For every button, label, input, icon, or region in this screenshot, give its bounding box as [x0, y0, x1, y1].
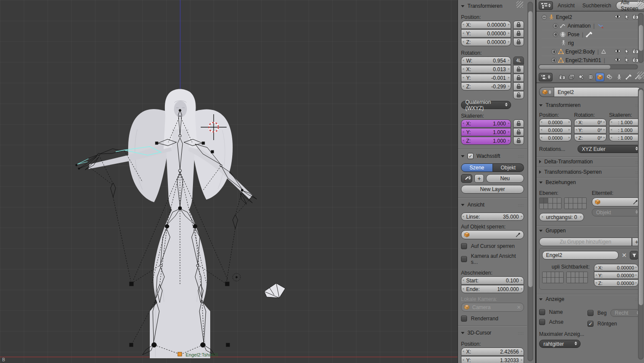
group-offset-x-field[interactable]: X:0.00000 — [594, 264, 638, 271]
lock-open-icon[interactable] — [513, 65, 524, 73]
clear-x-icon[interactable]: ✕ — [517, 304, 521, 310]
editor-resize-corner[interactable] — [637, 72, 644, 78]
position-z-field[interactable]: Z:0.00000 — [461, 38, 511, 46]
object-name-field[interactable]: Engel2 — [554, 87, 641, 97]
tab-constraints-icon[interactable] — [605, 73, 614, 81]
outliner-hscrollbar[interactable] — [538, 64, 638, 69]
panel-header-transform[interactable]: Transformieren — [461, 2, 524, 10]
editor-resize-corner[interactable] — [516, 1, 523, 8]
clip-end-field[interactable]: Ende:1000.000 — [461, 285, 524, 293]
camera-to-view-checkbox[interactable] — [461, 256, 467, 262]
camera-to-view-row[interactable]: Kamera auf Ansicht s... — [461, 253, 524, 265]
lock-closed-icon[interactable] — [513, 38, 524, 46]
outliner-row-body[interactable]: Engel2:Body | — [542, 47, 644, 56]
layers-grid-2[interactable] — [564, 197, 587, 209]
obj-rotation-z-field[interactable]: Z:0° — [574, 134, 606, 141]
tab-bone-icon[interactable] — [624, 73, 633, 81]
layers-grid-1[interactable] — [539, 197, 562, 209]
obj-rotation-y-field[interactable]: Y:0° — [574, 126, 606, 134]
group-offset-y-field[interactable]: Y:0.00000 — [594, 272, 638, 279]
display-xray-checkbox[interactable] — [587, 321, 593, 327]
panel-header-delta-transform[interactable]: Delta-Transformation — [539, 157, 641, 166]
visibility-eye-icon[interactable] — [614, 14, 621, 19]
panel-header-transform-props[interactable]: Transformieren — [539, 101, 641, 110]
lock-open-icon[interactable] — [513, 91, 524, 99]
tab-render-icon[interactable] — [558, 73, 566, 81]
display-bounds-checkbox[interactable] — [587, 310, 593, 316]
tab-data-icon[interactable] — [615, 73, 623, 81]
object-id-badge[interactable] — [539, 87, 554, 97]
rotation-mode-select[interactable]: Quaternion (WXYZ) — [461, 101, 511, 109]
panel-header-grease-pencil[interactable]: Wachsstift — [461, 152, 524, 160]
rotation-w-field[interactable]: W:0.954 — [461, 56, 511, 65]
lock-closed-icon[interactable] — [513, 21, 524, 29]
local-camera-field[interactable]: Camera ✕ — [461, 303, 524, 312]
editor-type-button[interactable] — [539, 1, 553, 10]
panel-header-transform-locks[interactable]: Transformations-Sperren — [539, 168, 641, 176]
editor-type-button[interactable] — [539, 73, 552, 81]
menu-view[interactable]: Ansicht — [555, 3, 578, 9]
grease-pencil-datablock-button[interactable] — [461, 174, 472, 183]
lock-open-icon[interactable] — [513, 137, 524, 145]
outliner-row-pose[interactable]: Pose | — [542, 30, 644, 39]
new-layer-button[interactable]: New Layer — [461, 185, 524, 194]
bounds-type-select[interactable]: Recht — [610, 309, 641, 317]
obj-position-x-field[interactable]: 0.0000 — [539, 119, 571, 126]
scale-y-field[interactable]: Y:1.000 — [461, 128, 511, 136]
lock-closed-icon[interactable] — [513, 29, 524, 38]
render-border-checkbox[interactable] — [461, 316, 467, 322]
expand-plus-icon[interactable] — [553, 23, 558, 28]
obj-rotation-mode-select[interactable]: XYZ Euler — [578, 145, 641, 153]
obj-position-y-field[interactable]: 0.0000 — [539, 126, 571, 134]
tab-scene[interactable]: Szene — [461, 163, 493, 172]
panel-header-display[interactable]: Anzeige — [539, 295, 641, 304]
collapse-minus-icon[interactable] — [542, 15, 547, 20]
panel-header-3d-cursor[interactable]: 3D-Cursor — [461, 329, 524, 337]
expand-plus-icon[interactable] — [551, 58, 556, 63]
obj-scale-z-field[interactable]: : 1.000 — [609, 134, 641, 141]
expand-plus-icon[interactable] — [553, 32, 558, 37]
grease-new-button[interactable]: Neu — [486, 174, 524, 183]
display-bounds-row[interactable]: Beg Recht — [587, 309, 641, 317]
pass-index-field[interactable]: urchgangsi: 0 — [539, 213, 584, 221]
rotation-4l-button[interactable]: 4L — [513, 56, 524, 65]
group-options-button[interactable] — [630, 251, 638, 260]
add-icon[interactable] — [474, 174, 484, 183]
rotation-y-field[interactable]: Y:-0.001 — [461, 74, 511, 82]
panel-header-relations[interactable]: Beziehungen — [539, 178, 641, 187]
eyedropper-icon[interactable] — [515, 232, 521, 238]
scale-x-field[interactable]: X:1.000 — [461, 119, 511, 128]
outliner-row-engel2[interactable]: Engel2 — [542, 13, 644, 22]
grease-pencil-checkbox[interactable] — [467, 153, 474, 159]
render-border-row[interactable]: Renderrand — [461, 316, 524, 322]
visibility-eye-icon[interactable] — [614, 57, 621, 62]
properties-scrollbar[interactable] — [638, 88, 644, 360]
viewport-3d[interactable]: Engel2:Tshirt01 B — [0, 0, 458, 363]
expand-plus-icon[interactable] — [551, 49, 556, 54]
outliner-row-animation[interactable]: Animation | — [542, 22, 644, 30]
obj-scale-y-field[interactable]: : 1.000 — [609, 126, 641, 134]
lock-open-icon[interactable] — [513, 82, 524, 91]
n-panel-scrollbar[interactable] — [527, 2, 533, 361]
group-name-field[interactable]: Engel2 — [542, 251, 619, 260]
dupli-layers-grid-2[interactable] — [566, 272, 588, 283]
outliner-vscrollbar[interactable] — [638, 13, 644, 63]
panel-header-groups[interactable]: Gruppen — [539, 226, 641, 235]
parent-field[interactable] — [592, 197, 641, 207]
lock-open-icon[interactable] — [513, 74, 524, 82]
menu-search[interactable]: Suchbereich — [579, 3, 614, 9]
tab-object[interactable]: Objekt — [493, 163, 524, 172]
parent-type-select[interactable]: Objekt — [592, 208, 641, 216]
obj-position-z-field[interactable]: 0.0000 — [539, 134, 571, 141]
tab-world-icon[interactable] — [586, 73, 595, 81]
dupli-layers-grid-1[interactable] — [542, 272, 564, 283]
selectability-cursor-icon[interactable] — [625, 14, 629, 20]
rotation-x-field[interactable]: X:0.013 — [461, 65, 511, 73]
selectability-cursor-icon[interactable] — [625, 49, 629, 54]
lock-object-field[interactable] — [461, 230, 524, 239]
rotation-z-field[interactable]: Z:-0.299 — [461, 82, 511, 91]
cursor-y-field[interactable]: Y:1.32033 — [461, 356, 524, 363]
lock-open-icon[interactable] — [513, 128, 524, 136]
clip-start-field[interactable]: Start:0.100 — [461, 276, 524, 285]
panel-header-view[interactable]: Ansicht — [461, 200, 524, 209]
